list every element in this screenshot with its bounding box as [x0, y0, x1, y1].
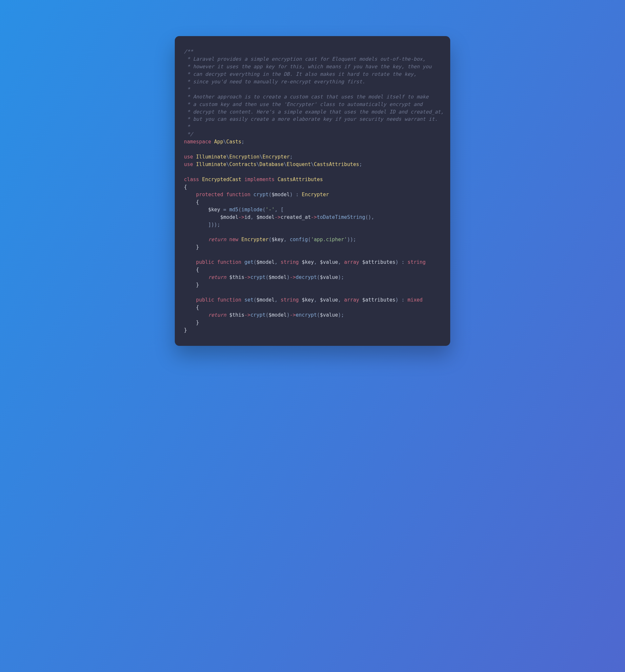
comment-line: * decrypt the content. Here's a simple e… [184, 109, 444, 115]
var-model: $model [256, 259, 274, 265]
code-card: /** * Laravel provides a simple encrypti… [175, 36, 450, 346]
var-model: $model [256, 214, 274, 220]
return-type: Encrypter [302, 192, 329, 197]
var-model: $model [269, 312, 286, 318]
comment-line: * a custom key and then use the 'Encrypt… [184, 101, 423, 107]
var-value: $value [320, 312, 338, 318]
kw-return: return [208, 312, 226, 318]
return-type-mixed: mixed [407, 297, 423, 303]
var-this: $this [229, 274, 244, 280]
var-key: $key [302, 297, 314, 303]
kw-protected: protected [196, 192, 223, 197]
kw-new: new [229, 237, 239, 242]
ns-part: Illuminate [196, 154, 226, 160]
ns-part: Illuminate [196, 162, 226, 167]
prop-id: id [244, 214, 250, 220]
var-key: $key [208, 207, 220, 213]
call-crypt: crypt [251, 274, 266, 280]
method-get: get [244, 259, 253, 265]
comment-line: * [184, 86, 190, 92]
return-type-string: string [407, 259, 426, 265]
comment-line: */ [184, 131, 193, 137]
comment-line: * Laravel provides a simple encryption c… [184, 56, 426, 62]
ns-app: App [214, 139, 223, 145]
ns-part: Encryption [229, 154, 259, 160]
var-model: $model [272, 192, 290, 197]
comment-line: * [184, 124, 190, 129]
var-value: $value [320, 259, 338, 265]
var-key: $key [272, 237, 284, 242]
interface-name: CastsAttributes [278, 176, 323, 183]
var-model: $model [220, 214, 239, 220]
class-name: EncryptedCast [202, 176, 241, 183]
kw-return: return [208, 237, 226, 242]
ns-part: CastsAttributes [314, 162, 359, 167]
comment-line: * since you'd need to manually re-encryp… [184, 79, 365, 85]
comment-line: /** [184, 49, 193, 54]
call-crypt: crypt [251, 312, 266, 318]
method-set: set [244, 297, 253, 303]
type-array: array [344, 297, 359, 303]
class-encrypter: Encrypter [241, 237, 269, 242]
var-attributes: $attributes [362, 259, 396, 265]
type-array: array [344, 259, 359, 265]
comment-line: * can decrypt everything in the DB. It a… [184, 71, 417, 77]
kw-class: class [184, 176, 199, 183]
ns-part: Encrypter [262, 154, 290, 160]
kw-implements: implements [244, 176, 274, 183]
kw-public: public [196, 297, 214, 303]
kw-return: return [208, 274, 226, 280]
var-key: $key [302, 259, 314, 265]
fn-todtstring: toDateTimeString [317, 214, 365, 220]
comment-line: * but you can easily create a more elabo… [184, 116, 438, 122]
ns-part: Contracts [229, 162, 256, 167]
fn-config: config [290, 237, 307, 242]
kw-public: public [196, 259, 214, 265]
var-model: $model [269, 274, 286, 280]
comment-line: * however it uses the app key for this, … [184, 64, 431, 70]
var-this: $this [229, 312, 244, 318]
ns-casts: Casts [226, 139, 241, 145]
kw-function: function [217, 259, 241, 265]
type-string: string [281, 259, 299, 265]
method-crypt: crypt [253, 192, 269, 197]
fn-implode: implode [241, 207, 262, 213]
code-block: /** * Laravel provides a simple encrypti… [184, 48, 441, 334]
fn-decrypt: decrypt [296, 274, 317, 280]
var-model: $model [256, 297, 274, 303]
var-value: $value [320, 274, 338, 280]
kw-use: use [184, 162, 193, 167]
fn-encrypt: encrypt [296, 312, 317, 318]
var-attributes: $attributes [362, 297, 396, 303]
var-value: $value [320, 297, 338, 303]
ns-part: Eloquent [286, 162, 311, 167]
ns-part: Database [259, 162, 284, 167]
str-dash: '-' [266, 207, 275, 213]
str-cipher: 'app.cipher' [311, 237, 347, 242]
kw-function: function [217, 297, 241, 303]
kw-use: use [184, 154, 193, 160]
comment-line: * Another approach is to create a custom… [184, 94, 429, 100]
type-string: string [281, 297, 299, 303]
kw-function: function [226, 192, 251, 197]
prop-created-at: created_at [281, 214, 311, 220]
kw-namespace: namespace [184, 139, 211, 145]
fn-md5: md5 [229, 207, 239, 213]
